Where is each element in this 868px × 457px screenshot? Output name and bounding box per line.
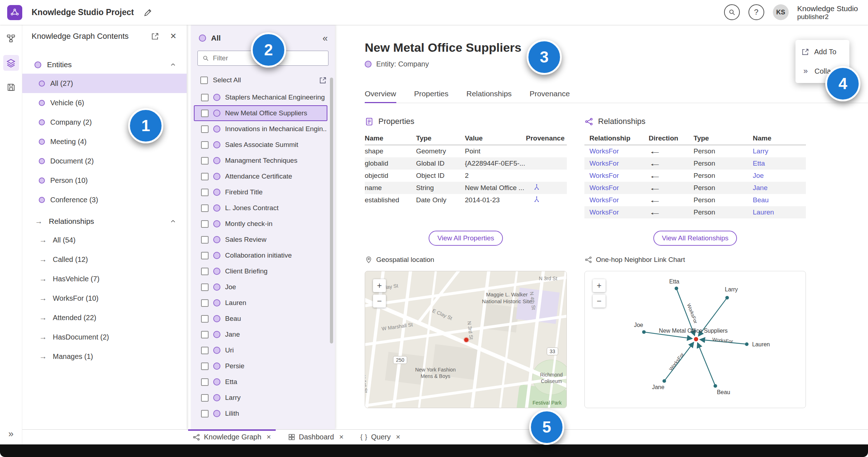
item-checkbox[interactable]: [201, 157, 209, 165]
search-button[interactable]: [724, 4, 740, 20]
relationships-section-header[interactable]: → Relationships: [22, 212, 187, 230]
node-etta[interactable]: [675, 287, 678, 290]
list-item[interactable]: Attendance Certificate: [194, 169, 327, 184]
geospatial-map[interactable]: W Clay St E Clay St W Marshall St N 3rd …: [365, 271, 567, 408]
avatar[interactable]: KS: [773, 4, 789, 20]
zoom-out-button[interactable]: −: [593, 295, 606, 308]
node-lauren[interactable]: [745, 342, 748, 346]
relationship-filter-hasdocument[interactable]: → HasDocument (2): [22, 327, 187, 347]
relationship-link[interactable]: WorksFor: [584, 160, 649, 167]
link-chart[interactable]: Etta Larry Joe Lauren Jane Beau New Meta…: [584, 271, 806, 408]
add-to-menu-item[interactable]: Add To: [795, 42, 849, 61]
list-item[interactable]: Montly check-in: [194, 216, 327, 232]
item-checkbox[interactable]: [201, 394, 209, 402]
list-item[interactable]: Etta: [194, 374, 327, 390]
item-checkbox[interactable]: [201, 236, 209, 244]
related-entity-link[interactable]: Joe: [753, 172, 806, 180]
relationship-link[interactable]: WorksFor: [584, 184, 649, 192]
list-item-selected[interactable]: New Metal Office Suppliers: [194, 105, 327, 121]
list-item[interactable]: Innovations in Mechanical Engin...: [194, 121, 327, 137]
tab-knowledge-graph[interactable]: Knowledge Graph ✕: [192, 430, 271, 445]
item-checkbox[interactable]: [201, 299, 209, 307]
scrollbar[interactable]: [330, 78, 333, 343]
relationship-link[interactable]: WorksFor: [584, 147, 649, 155]
item-checkbox[interactable]: [201, 331, 209, 338]
item-checkbox[interactable]: [201, 189, 209, 196]
app-logo[interactable]: [7, 5, 22, 20]
list-item[interactable]: Managment Techniques: [194, 153, 327, 169]
list-item[interactable]: L. Jones Contract: [194, 200, 327, 216]
node-center[interactable]: [694, 337, 698, 341]
list-item[interactable]: Collaboration initiative: [194, 248, 327, 263]
close-tab-icon[interactable]: ✕: [396, 434, 400, 440]
relationship-filter-manages[interactable]: → Manages (1): [22, 347, 187, 366]
relationship-link[interactable]: WorksFor: [584, 208, 649, 216]
layers-button[interactable]: [3, 55, 19, 71]
entities-section-header[interactable]: Entities: [22, 56, 187, 74]
provenance-icon[interactable]: [533, 184, 540, 191]
item-checkbox[interactable]: [201, 220, 209, 228]
tab-provenance[interactable]: Provenance: [529, 89, 570, 103]
tab-overview[interactable]: Overview: [365, 89, 396, 103]
relationship-filter-hasvehicle[interactable]: → HasVehicle (7): [22, 269, 187, 288]
item-checkbox[interactable]: [201, 94, 209, 101]
list-item[interactable]: Persie: [194, 358, 327, 374]
collapse-panel-icon[interactable]: «: [323, 33, 328, 44]
list-item[interactable]: Lilith: [194, 406, 327, 421]
relationship-filter-worksfor[interactable]: → WorksFor (10): [22, 288, 187, 308]
item-checkbox[interactable]: [201, 173, 209, 180]
entity-filter-conference[interactable]: Conference (3): [22, 190, 187, 209]
item-checkbox[interactable]: [201, 347, 209, 354]
help-button[interactable]: ?: [748, 4, 764, 20]
list-item[interactable]: Larry: [194, 390, 327, 406]
relationship-link[interactable]: WorksFor: [584, 196, 649, 204]
tab-properties[interactable]: Properties: [414, 89, 449, 103]
entity-filter-person[interactable]: Person (10): [22, 171, 187, 190]
tab-query[interactable]: { } Query ✕: [360, 430, 401, 445]
edit-title-icon[interactable]: [143, 8, 153, 17]
node-larry[interactable]: [725, 296, 729, 300]
tab-dashboard[interactable]: Dashboard ✕: [288, 430, 344, 445]
close-tab-icon[interactable]: ✕: [266, 434, 271, 440]
map-marker[interactable]: [464, 338, 468, 342]
relationship-filter-attended[interactable]: → Attended (22): [22, 308, 187, 327]
related-entity-link[interactable]: Lauren: [753, 208, 806, 216]
provenance-icon[interactable]: [533, 196, 540, 203]
item-checkbox[interactable]: [201, 283, 209, 291]
list-item[interactable]: Staplers Mechanical Engineering: [194, 89, 327, 105]
entity-filter-all[interactable]: All (27): [22, 74, 187, 93]
related-entity-link[interactable]: Larry: [753, 147, 806, 155]
item-checkbox[interactable]: [201, 410, 209, 417]
select-all-row[interactable]: Select All: [191, 72, 335, 88]
item-checkbox[interactable]: [201, 125, 209, 133]
save-button[interactable]: [3, 79, 19, 95]
relationship-link[interactable]: WorksFor: [584, 172, 649, 180]
list-item[interactable]: Beau: [194, 311, 327, 327]
list-item[interactable]: Sales Associate Summit: [194, 137, 327, 153]
data-model-button[interactable]: [3, 31, 19, 46]
entity-filter-meeting[interactable]: Meeting (4): [22, 132, 187, 151]
item-checkbox[interactable]: [201, 141, 209, 149]
item-checkbox[interactable]: [201, 252, 209, 259]
node-beau[interactable]: [714, 384, 717, 388]
item-checkbox[interactable]: [201, 378, 209, 386]
related-entity-link[interactable]: Jane: [753, 184, 806, 192]
expand-rail-icon[interactable]: »: [8, 428, 13, 439]
item-checkbox[interactable]: [201, 268, 209, 275]
item-checkbox[interactable]: [201, 363, 209, 370]
item-checkbox[interactable]: [201, 204, 209, 212]
list-item[interactable]: Lauren: [194, 295, 327, 311]
node-joe[interactable]: [642, 330, 646, 334]
close-tab-icon[interactable]: ✕: [339, 434, 344, 440]
view-all-properties-button[interactable]: View All Properties: [429, 231, 503, 246]
zoom-out-button[interactable]: −: [373, 295, 386, 308]
list-item[interactable]: Firebird Title: [194, 184, 327, 200]
relationship-filter-all[interactable]: → All (54): [22, 230, 187, 250]
list-item[interactable]: Client Briefing: [194, 263, 327, 279]
tab-relationships[interactable]: Relationships: [466, 89, 512, 103]
entity-filter-document[interactable]: Document (2): [22, 151, 187, 171]
related-entity-link[interactable]: Etta: [753, 160, 806, 167]
relationship-filter-called[interactable]: → Called (12): [22, 250, 187, 269]
related-entity-link[interactable]: Beau: [753, 196, 806, 204]
zoom-in-button[interactable]: +: [373, 279, 386, 292]
